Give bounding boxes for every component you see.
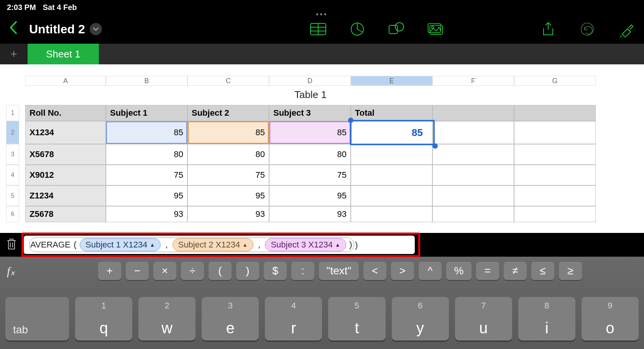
header-cell[interactable]: Subject 1 (106, 105, 187, 121)
cell[interactable] (514, 165, 596, 185)
key-colon[interactable]: : (291, 262, 314, 280)
multitask-dots-icon[interactable]: ••• (316, 10, 328, 18)
formula-token-ref3[interactable]: Subject 3 X1234▲ (265, 238, 346, 251)
row-label[interactable]: X9012 (25, 165, 106, 185)
cell[interactable] (432, 144, 514, 165)
cell[interactable] (514, 206, 596, 222)
share-icon[interactable] (540, 21, 557, 37)
insert-media-icon[interactable] (427, 21, 444, 37)
col-head[interactable]: C (187, 76, 269, 86)
key-text[interactable]: "text" (319, 262, 359, 280)
row-head[interactable]: 3 (6, 144, 19, 165)
cell[interactable]: 75 (106, 165, 187, 185)
header-cell[interactable]: Roll No. (25, 105, 106, 121)
cell[interactable] (432, 185, 514, 206)
row-head[interactable]: 1 (6, 105, 19, 121)
key-q[interactable]: 1q (75, 297, 132, 341)
key-lt[interactable]: < (363, 262, 386, 280)
row-label[interactable]: Z1234 (25, 185, 106, 206)
cell[interactable] (432, 206, 514, 222)
document-menu-button[interactable] (90, 23, 102, 35)
key-r[interactable]: 4r (265, 297, 322, 341)
key-neq[interactable]: ≠ (504, 262, 527, 280)
cell[interactable] (351, 206, 432, 222)
fx-button[interactable]: fₓ (5, 264, 94, 278)
cell[interactable]: 95 (269, 185, 351, 206)
row-head[interactable]: 4 (6, 165, 19, 185)
header-cell[interactable]: Subject 3 (269, 105, 351, 121)
key-lparen[interactable]: ( (209, 262, 232, 280)
formula-bar[interactable]: AVERAGE ( Subject 1 X1234▲ , Subject 2 X… (24, 236, 415, 254)
formula-token-ref2[interactable]: Subject 2 X1234▲ (172, 238, 253, 251)
cell[interactable]: 85 (106, 121, 187, 144)
cell[interactable]: 75 (269, 165, 351, 185)
col-head[interactable]: G (514, 76, 596, 86)
delete-formula-button[interactable] (6, 238, 17, 252)
key-ge[interactable]: ≥ (559, 262, 582, 280)
col-head[interactable]: D (269, 76, 351, 86)
key-plus[interactable]: + (98, 262, 121, 280)
row-head-selected[interactable]: 2 (6, 121, 19, 144)
cell[interactable] (514, 185, 596, 206)
cell[interactable]: 95 (187, 185, 269, 206)
row-head[interactable]: 6 (6, 206, 19, 222)
cell[interactable] (514, 144, 596, 165)
key-i[interactable]: 8i (518, 297, 575, 341)
row-head[interactable]: 5 (6, 185, 19, 206)
cell[interactable]: 80 (269, 144, 351, 165)
cell[interactable] (351, 165, 432, 185)
header-cell[interactable]: Total (351, 105, 432, 121)
key-e[interactable]: 3e (202, 297, 259, 341)
add-sheet-button[interactable]: + (0, 44, 28, 64)
cell[interactable]: 93 (269, 206, 351, 222)
sheet-tab-active[interactable]: Sheet 1 (28, 44, 99, 64)
undo-icon[interactable] (579, 21, 596, 37)
back-button[interactable] (9, 21, 18, 38)
cell[interactable] (432, 165, 514, 185)
insert-shape-icon[interactable] (388, 21, 405, 37)
cell[interactable]: 85 (187, 121, 269, 144)
key-tab[interactable]: tab (5, 297, 69, 341)
function-name[interactable]: AVERAGE (30, 240, 71, 249)
key-caret[interactable]: ^ (419, 262, 442, 280)
insert-chart-icon[interactable] (349, 21, 366, 37)
cell[interactable]: 93 (187, 206, 269, 222)
key-o[interactable]: 9o (582, 297, 639, 341)
key-t[interactable]: 5t (328, 297, 385, 341)
col-head[interactable]: F (432, 76, 514, 86)
format-brush-icon[interactable] (618, 21, 635, 37)
cell[interactable] (514, 121, 596, 144)
key-rparen[interactable]: ) (236, 262, 259, 280)
key-gt[interactable]: > (391, 262, 414, 280)
active-cell[interactable]: 85 (351, 121, 432, 144)
cell[interactable] (351, 185, 432, 206)
row-label[interactable]: X5678 (25, 144, 106, 165)
insert-table-icon[interactable] (310, 21, 327, 37)
key-divide[interactable]: ÷ (181, 262, 204, 280)
cell[interactable] (432, 121, 514, 144)
formula-token-ref1[interactable]: Subject 1 X1234▲ (80, 238, 161, 251)
row-label[interactable]: Z5678 (25, 206, 106, 222)
key-le[interactable]: ≤ (531, 262, 554, 280)
key-times[interactable]: × (153, 262, 176, 280)
key-eq[interactable]: = (476, 262, 499, 280)
document-title[interactable]: Untitled 2 (29, 22, 85, 36)
key-dollar[interactable]: $ (264, 262, 287, 280)
spreadsheet-canvas[interactable]: A B C D E F G Table 1 1 2 3 4 5 6 Roll N… (0, 64, 644, 233)
cell[interactable]: 80 (106, 144, 187, 165)
key-u[interactable]: 7u (455, 297, 512, 341)
key-minus[interactable]: − (126, 262, 149, 280)
header-cell[interactable] (514, 105, 596, 121)
key-percent[interactable]: % (446, 262, 472, 280)
table-title[interactable]: Table 1 (25, 89, 596, 101)
cell[interactable]: 95 (106, 185, 187, 206)
selection-handle-icon[interactable] (432, 143, 438, 149)
cell[interactable]: 85 (269, 121, 351, 144)
col-head[interactable]: B (106, 76, 187, 86)
col-head-selected[interactable]: E (351, 76, 432, 86)
col-head[interactable]: A (25, 76, 106, 86)
selection-handle-icon[interactable] (348, 118, 353, 123)
header-cell[interactable] (432, 105, 514, 121)
cell[interactable] (351, 144, 432, 165)
key-w[interactable]: 2w (138, 297, 196, 341)
